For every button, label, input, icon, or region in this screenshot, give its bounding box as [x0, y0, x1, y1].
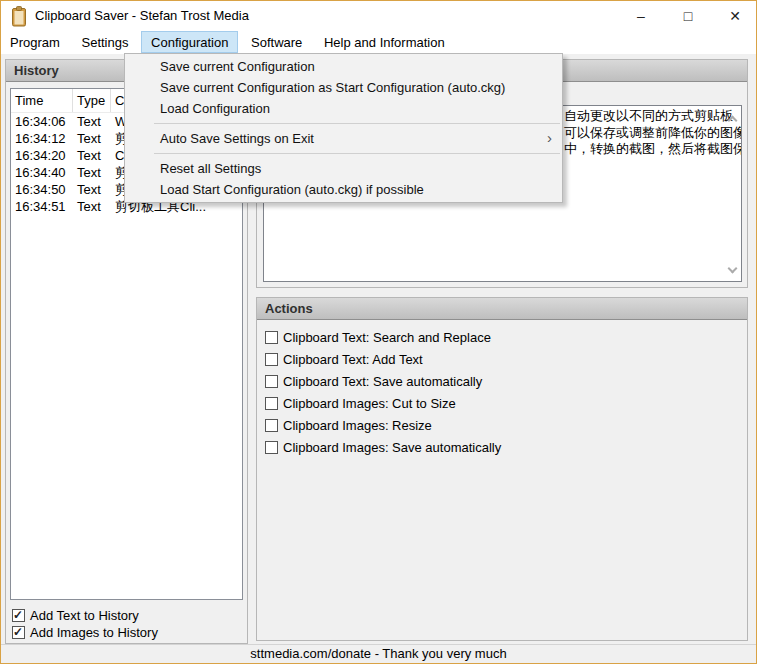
action-row: Clipboard Images: Save automatically [265, 436, 739, 458]
menu-reset-all-settings[interactable]: Reset all Settings [125, 158, 562, 179]
add-images-to-history-label: Add Images to History [30, 625, 158, 640]
submenu-arrow-icon: › [547, 128, 552, 148]
actions-panel-title: Actions [257, 298, 747, 320]
cell-type: Text [73, 147, 111, 164]
cell-time: 16:34:40 [11, 164, 73, 181]
cell-type: Text [73, 181, 111, 198]
window-title: Clipboard Saver - Stefan Trost Media [35, 1, 249, 31]
cell-time: 16:34:12 [11, 130, 73, 147]
cell-type: Text [73, 113, 111, 130]
action-row: Clipboard Text: Save automatically [265, 370, 739, 392]
info-text: 自动更改以不同的方式剪贴板 可以保存或调整前降低你的图像 中，转换的截图，然后将… [564, 108, 742, 158]
cell-time: 16:34:20 [11, 147, 73, 164]
menu-help[interactable]: Help and Information [315, 32, 454, 54]
clipboard-images-cut-to-size-checkbox[interactable] [265, 397, 278, 410]
menu-settings[interactable]: Settings [72, 32, 137, 54]
action-label: Clipboard Images: Save automatically [283, 440, 501, 455]
action-row: Clipboard Text: Search and Replace [265, 326, 739, 348]
action-label: Clipboard Images: Resize [283, 418, 432, 433]
menu-load-start-configuration[interactable]: Load Start Configuration (auto.ckg) if p… [125, 179, 562, 200]
cell-time: 16:34:51 [11, 198, 73, 215]
add-images-to-history-checkbox[interactable] [12, 626, 25, 639]
menu-bar: Program Settings Configuration Software … [1, 31, 756, 54]
menu-auto-save-settings-on-exit[interactable]: Auto Save Settings on Exit › [125, 128, 562, 149]
menu-load-configuration[interactable]: Load Configuration [125, 98, 562, 119]
cell-time: 16:34:50 [11, 181, 73, 198]
menu-save-current-configuration[interactable]: Save current Configuration [125, 56, 562, 77]
cell-type: Text [73, 130, 111, 147]
column-header-type[interactable]: Type [73, 89, 111, 112]
action-label: Clipboard Text: Search and Replace [283, 330, 491, 345]
clipboard-text-search-replace-checkbox[interactable] [265, 331, 278, 344]
status-text: sttmedia.com/donate - Thank you very muc… [250, 646, 506, 661]
app-window: Clipboard Saver - Stefan Trost Media – □… [0, 0, 757, 664]
clipboard-images-resize-checkbox[interactable] [265, 419, 278, 432]
configuration-menu-popup: Save current Configuration Save current … [124, 53, 563, 203]
title-bar: Clipboard Saver - Stefan Trost Media – □… [1, 1, 756, 31]
action-label: Clipboard Images: Cut to Size [283, 396, 456, 411]
scroll-up-icon[interactable] [729, 114, 737, 122]
actions-list: Clipboard Text: Search and Replace Clipb… [265, 326, 739, 458]
cell-type: Text [73, 198, 111, 215]
clipboard-text-add-text-checkbox[interactable] [265, 353, 278, 366]
clipboard-images-save-auto-checkbox[interactable] [265, 441, 278, 454]
add-images-to-history-row: Add Images to History [12, 624, 158, 641]
action-label: Clipboard Text: Save automatically [283, 374, 482, 389]
add-text-to-history-checkbox[interactable] [12, 609, 25, 622]
minimize-button[interactable]: – [625, 1, 657, 31]
menu-program[interactable]: Program [1, 32, 69, 54]
maximize-button[interactable]: □ [672, 1, 704, 31]
menu-separator [154, 153, 560, 154]
clipboard-app-icon [11, 6, 27, 27]
clipboard-text-save-auto-checkbox[interactable] [265, 375, 278, 388]
menu-configuration[interactable]: Configuration [141, 31, 238, 53]
status-bar: sttmedia.com/donate - Thank you very muc… [1, 644, 756, 663]
action-row: Clipboard Text: Add Text [265, 348, 739, 370]
actions-panel: Actions Clipboard Text: Search and Repla… [256, 297, 748, 641]
add-text-to-history-label: Add Text to History [30, 608, 139, 623]
column-header-time[interactable]: Time [11, 89, 73, 112]
cell-time: 16:34:06 [11, 113, 73, 130]
menu-separator [154, 123, 560, 124]
add-text-to-history-row: Add Text to History [12, 607, 139, 624]
action-label: Clipboard Text: Add Text [283, 352, 423, 367]
menu-save-as-start-configuration[interactable]: Save current Configuration as Start Conf… [125, 77, 562, 98]
cell-type: Text [73, 164, 111, 181]
scroll-down-icon[interactable] [729, 265, 737, 273]
action-row: Clipboard Images: Cut to Size [265, 392, 739, 414]
menu-software[interactable]: Software [242, 32, 311, 54]
action-row: Clipboard Images: Resize [265, 414, 739, 436]
menu-item-label: Auto Save Settings on Exit [160, 131, 314, 146]
close-button[interactable]: ✕ [719, 1, 751, 31]
